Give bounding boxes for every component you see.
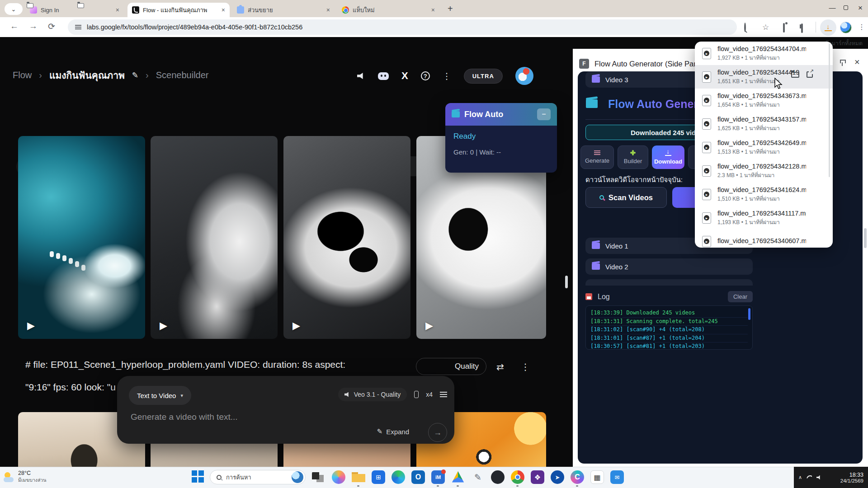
download-item[interactable]: ▶ flow_video_1769254343673.mp4 1,654 KB …	[695, 89, 833, 112]
download-item[interactable]: ▶ flow_video_1769254340607.mp4	[695, 230, 833, 248]
download-item[interactable]: ▶ flow_video_1769254343157.mp4 1,625 KB …	[695, 112, 833, 136]
downloads-icon[interactable]	[820, 19, 836, 36]
side-panel-close-icon[interactable]: ×	[854, 57, 860, 67]
caption-kebab-icon[interactable]: ⋮	[521, 361, 530, 372]
browser-tab-flow[interactable]: Flow - แมงกินฟันคุณภาพ ×	[127, 3, 230, 17]
tray-chevron-up-icon[interactable]: ∧	[798, 474, 802, 480]
open-in-new-icon[interactable]	[807, 71, 813, 78]
download-item[interactable]: ▶ flow_video_1769254341624.mp4 1,510 KB …	[695, 183, 833, 206]
log-scrollbar-thumb[interactable]	[748, 308, 750, 320]
extensions-icon[interactable]	[783, 24, 785, 32]
back-icon[interactable]: ←	[10, 21, 19, 31]
scan-videos-button[interactable]: Scan Videos	[585, 187, 667, 208]
canva-icon[interactable]: C	[571, 470, 584, 484]
new-tab-button[interactable]: +	[448, 4, 453, 14]
start-button[interactable]	[192, 470, 204, 483]
compass-app-icon[interactable]: ➤	[551, 470, 564, 484]
browser-menu-kebab-icon[interactable]: ⋮	[858, 23, 865, 31]
tab-search-chevron-button[interactable]: ⌄	[5, 3, 23, 15]
video-list-item[interactable]: Video 2	[585, 258, 753, 275]
breadcrumb-scenebuilder[interactable]: Scenebuilder	[156, 70, 209, 80]
tab-download[interactable]: Download	[652, 145, 684, 169]
download-item[interactable]: ▶ flow_video_1769254342649.mp4 1,513 KB …	[695, 136, 833, 159]
ultra-badge[interactable]: ULTRA	[464, 69, 503, 84]
download-item[interactable]: ▶ flow_video_1769254342128.mp4 2.3 MB • …	[695, 159, 833, 183]
tab-close-icon[interactable]: ×	[326, 6, 330, 14]
site-settings-icon[interactable]	[75, 24, 81, 30]
help-icon[interactable]: ?	[421, 71, 430, 80]
task-view-icon[interactable]	[312, 470, 326, 484]
address-bar[interactable]: labs.google/fx/tools/flow/project/489eb9…	[68, 19, 737, 35]
forward-icon[interactable]: →	[29, 21, 38, 31]
photos-app-icon[interactable]: ❖	[531, 470, 544, 484]
aspect-phone-icon[interactable]	[414, 391, 419, 398]
breadcrumb-project-name[interactable]: แมงกินฟันคุณภาพ	[49, 68, 125, 83]
dark-app-icon[interactable]	[491, 470, 505, 484]
window-close-button[interactable]: ×	[854, 4, 867, 13]
tab-close-icon[interactable]: ×	[431, 6, 435, 14]
taskbar-search[interactable]: การค้นหา	[210, 470, 306, 484]
bookmark-star-icon[interactable]: ☆	[762, 23, 769, 32]
prompt-input[interactable]: Generate a video with text...	[131, 412, 238, 422]
pen-app-icon[interactable]: ✎	[471, 470, 485, 484]
network-icon[interactable]	[807, 475, 812, 479]
tune-settings-icon[interactable]	[440, 391, 447, 398]
outlook-icon[interactable]: O	[411, 470, 425, 484]
show-in-folder-icon[interactable]	[791, 72, 799, 78]
mode-selector[interactable]: Text to Video ▾	[129, 386, 191, 405]
volume-icon[interactable]	[816, 475, 821, 480]
reorder-icon[interactable]: ⇄	[496, 361, 504, 372]
browser-tab-new-tab[interactable]: แท็บใหม่ ×	[337, 3, 439, 17]
log-clear-button[interactable]: Clear	[728, 291, 753, 302]
window-minimize-button[interactable]: —	[826, 4, 839, 11]
play-icon[interactable]: ▶	[160, 320, 167, 332]
sound-icon[interactable]	[357, 73, 365, 79]
flow-auto-overlay-header[interactable]: Flow Auto −	[445, 103, 557, 126]
generate-arrow-button[interactable]: →	[428, 423, 447, 442]
edge-icon[interactable]	[392, 470, 405, 484]
taskbar-clock[interactable]: 18:33 24/1/2569	[840, 472, 863, 483]
page-kebab-icon[interactable]: ⋮	[443, 71, 451, 81]
play-icon[interactable]: ▶	[425, 320, 433, 332]
side-panel-scrollbar-thumb[interactable]	[864, 228, 867, 248]
browser-tab-extensions[interactable]: ส่วนขยาย ×	[232, 3, 335, 17]
side-panel-icon[interactable]	[801, 24, 803, 33]
video-thumbnail-2[interactable]: ▶	[151, 136, 278, 339]
minimize-button[interactable]: −	[537, 108, 551, 120]
tab-builder[interactable]: Builder	[618, 145, 648, 169]
dropdown-scrollbar[interactable]	[829, 43, 830, 177]
mail-app-icon[interactable]: ✉	[610, 470, 624, 484]
video-thumbnail-1[interactable]: ▶	[18, 136, 145, 339]
tab-generate[interactable]: Generate	[580, 145, 614, 169]
pin-icon[interactable]	[839, 60, 845, 66]
video-thumbnail-3[interactable]: ▶	[283, 136, 410, 339]
discord-icon[interactable]	[378, 72, 389, 80]
download-item[interactable]: ▶ flow_video_1769254344419 1,651 KB • 1 …	[695, 65, 833, 89]
window-maximize-button[interactable]	[839, 4, 853, 11]
play-icon[interactable]: ▶	[27, 320, 35, 332]
zoom-icon[interactable]	[744, 23, 746, 32]
browser-profile-avatar[interactable]	[840, 22, 852, 33]
browser-tab-sign-in[interactable]: Sign In ×	[25, 3, 124, 17]
breadcrumb-flow[interactable]: Flow	[13, 70, 32, 80]
tab-close-icon[interactable]: ×	[222, 6, 225, 14]
account-avatar[interactable]	[515, 67, 533, 85]
microsoft-store-icon[interactable]: ⊞	[372, 470, 385, 484]
tab-close-icon[interactable]: ×	[116, 6, 119, 14]
copilot-icon[interactable]	[332, 470, 345, 484]
file-explorer-icon[interactable]	[352, 470, 365, 484]
download-item[interactable]: ▶ flow_video_1769254344704.mp4 1,927 KB …	[695, 42, 833, 65]
play-icon[interactable]: ▶	[292, 320, 300, 332]
model-selector[interactable]: Veo 3.1 - Quality	[338, 388, 407, 401]
reload-icon[interactable]: ⟳	[48, 21, 55, 32]
video-list-item-partial[interactable]	[585, 279, 753, 286]
expand-button[interactable]: ✎ Expand	[377, 427, 409, 436]
output-count[interactable]: x4	[426, 391, 433, 398]
edit-pencil-icon[interactable]: ✎	[132, 70, 138, 80]
download-item[interactable]: ▶ flow_video_1769254341117.mp4 1,193 KB …	[695, 206, 833, 230]
chrome-taskbar-icon[interactable]	[511, 470, 524, 484]
calculator-icon[interactable]: ▦	[590, 470, 604, 484]
page-scrollbar-thumb[interactable]	[565, 276, 568, 288]
taskbar-weather-widget[interactable]: 28°C มีเมฆบางส่วน	[4, 470, 46, 484]
quality-button[interactable]: Quality	[416, 358, 486, 375]
